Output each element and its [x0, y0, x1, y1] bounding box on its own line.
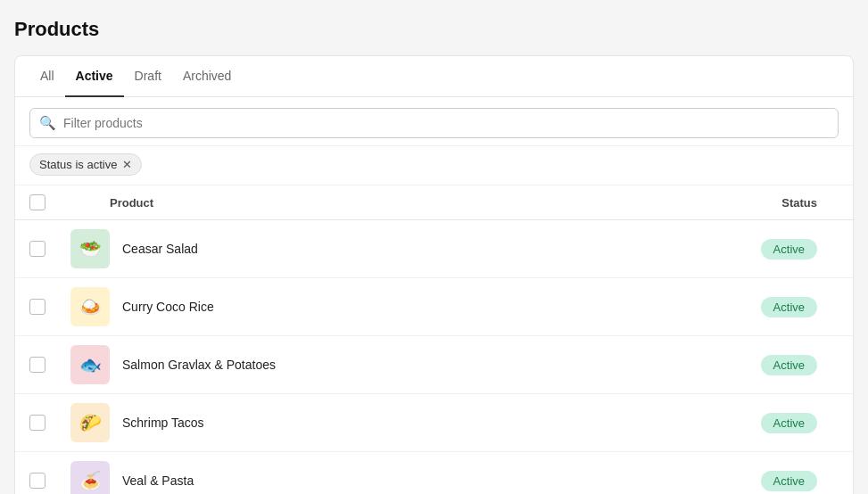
active-badge: Active: [761, 355, 817, 375]
select-all-checkbox[interactable]: [29, 194, 45, 210]
product-thumbnail: 🍝: [70, 461, 110, 494]
table-row: 🐟 Salmon Gravlax & Potatoes Active: [15, 336, 853, 394]
tab-archived[interactable]: Archived: [172, 56, 242, 97]
status-badge: Active: [732, 297, 839, 317]
search-icon: 🔍: [39, 115, 56, 131]
col-header-status: Status: [732, 196, 839, 210]
table-row: 🥗 Ceasar Salad Active: [15, 220, 853, 278]
row-checkbox-4[interactable]: [29, 473, 45, 489]
status-badge: Active: [732, 413, 839, 433]
tab-all[interactable]: All: [29, 56, 65, 97]
table-row: 🍝 Veal & Pasta Active: [15, 452, 853, 494]
status-badge: Active: [732, 239, 839, 259]
row-checkbox-3[interactable]: [29, 415, 45, 431]
filter-tag-area: Status is active ✕: [15, 146, 853, 185]
table-row: 🍛 Curry Coco Rice Active: [15, 278, 853, 336]
filter-tag-label: Status is active: [39, 158, 117, 171]
search-area: 🔍: [15, 97, 853, 146]
status-badge: Active: [732, 471, 839, 491]
row-checkbox-0[interactable]: [29, 241, 45, 257]
search-bar: 🔍: [29, 108, 839, 138]
tabs-bar: All Active Draft Archived: [15, 56, 853, 97]
product-name: Curry Coco Rice: [110, 300, 732, 314]
product-thumbnail: 🍛: [70, 287, 110, 326]
row-checkbox-1[interactable]: [29, 299, 45, 315]
table-row: 🌮 Schrimp Tacos Active: [15, 394, 853, 452]
active-badge: Active: [761, 297, 817, 317]
product-list: 🥗 Ceasar Salad Active 🍛 Curry Coco Rice …: [15, 220, 853, 494]
products-card: All Active Draft Archived 🔍 Status is ac…: [14, 55, 854, 494]
product-name: Ceasar Salad: [110, 242, 732, 256]
product-name: Schrimp Tacos: [110, 416, 732, 430]
filter-tag-remove[interactable]: ✕: [122, 159, 132, 170]
product-name: Salmon Gravlax & Potatoes: [110, 358, 732, 372]
product-thumbnail: 🥗: [70, 229, 110, 268]
product-thumbnail: 🐟: [70, 345, 110, 384]
row-checkbox-2[interactable]: [29, 357, 45, 373]
tab-draft[interactable]: Draft: [124, 56, 172, 97]
product-name: Veal & Pasta: [110, 473, 732, 488]
filter-tag-status: Status is active ✕: [29, 153, 142, 176]
active-badge: Active: [761, 413, 817, 433]
search-input[interactable]: [63, 116, 829, 130]
product-thumbnail: 🌮: [70, 403, 110, 442]
page-title: Products: [14, 18, 854, 41]
tab-active[interactable]: Active: [65, 56, 124, 97]
active-badge: Active: [761, 471, 817, 491]
col-header-product: Product: [110, 196, 732, 210]
table-header: Product Status: [15, 185, 853, 220]
status-badge: Active: [732, 355, 839, 375]
active-badge: Active: [761, 239, 817, 259]
